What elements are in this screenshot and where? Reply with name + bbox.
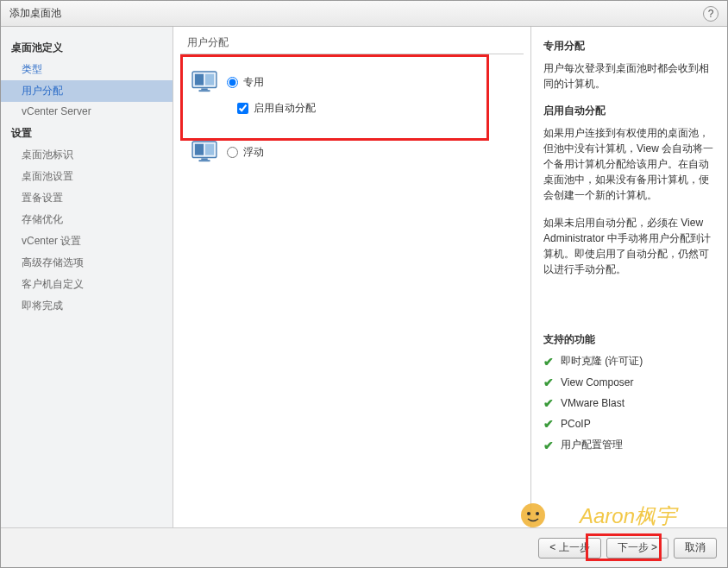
- svg-rect-1: [195, 74, 204, 85]
- radio-floating-input[interactable]: [227, 147, 238, 158]
- watermark-avatar-icon: [519, 502, 547, 532]
- right-panel: 专用分配 用户每次登录到桌面池时都会收到相同的计算机。 启用自动分配 如果用户连…: [530, 27, 727, 527]
- rp-para-auto1: 如果用户连接到有权使用的桌面池，但池中没有计算机，View 会自动将一个备用计算…: [543, 125, 715, 203]
- feature-label: 即时克隆 (许可证): [561, 354, 643, 369]
- sidebar-item-type[interactable]: 类型: [1, 59, 173, 80]
- sidebar-item-pool-settings[interactable]: 桌面池设置: [1, 166, 173, 187]
- feature-label: View Composer: [561, 376, 633, 388]
- radio-floating[interactable]: 浮动: [227, 145, 264, 160]
- rp-para-dedicated: 用户每次登录到桌面池时都会收到相同的计算机。: [543, 60, 715, 92]
- check-icon: ✔: [543, 417, 554, 431]
- sidebar-item-provisioning[interactable]: 置备设置: [1, 187, 173, 209]
- sidebar-item-vcenter-settings[interactable]: vCenter 设置: [1, 230, 173, 252]
- feature-pcoip: ✔ PCoIP: [543, 417, 715, 431]
- check-icon: ✔: [543, 355, 554, 369]
- help-icon[interactable]: ?: [703, 6, 719, 22]
- svg-rect-8: [201, 158, 207, 160]
- window-title: 添加桌面池: [9, 6, 703, 21]
- rp-heading-features: 支持的功能: [543, 332, 715, 347]
- checkbox-auto-assign-label: 启用自动分配: [254, 101, 316, 116]
- option-dedicated: 专用: [191, 70, 524, 94]
- desktop-monitor-icon: [191, 70, 218, 94]
- svg-point-11: [527, 512, 530, 515]
- sidebar-item-vcenter-server[interactable]: vCenter Server: [1, 102, 173, 121]
- sidebar-section-settings: 设置: [1, 121, 173, 144]
- footer: < 上一步 下一步 > 取消: [1, 527, 727, 567]
- checkbox-auto-assign-input[interactable]: [237, 103, 248, 114]
- rp-para-auto2: 如果未启用自动分配，必须在 View Administrator 中手动将用户分…: [543, 215, 715, 277]
- check-icon: ✔: [543, 396, 554, 410]
- rp-heading-auto: 启用自动分配: [543, 104, 715, 118]
- check-icon: ✔: [543, 376, 554, 389]
- svg-rect-9: [199, 160, 210, 161]
- sidebar-item-storage-opt[interactable]: 存储优化: [1, 209, 173, 230]
- feature-vmware-blast: ✔ VMware Blast: [543, 396, 715, 410]
- desktop-monitor-icon: [191, 140, 218, 164]
- sidebar-item-user-assignment[interactable]: 用户分配: [1, 80, 173, 102]
- svg-point-10: [521, 503, 545, 527]
- feature-view-composer: ✔ View Composer: [543, 376, 715, 389]
- svg-point-12: [536, 512, 539, 515]
- radio-floating-label: 浮动: [243, 145, 264, 160]
- svg-rect-7: [205, 144, 214, 155]
- back-button[interactable]: < 上一步: [538, 538, 600, 559]
- titlebar: 添加桌面池 ?: [1, 1, 727, 27]
- center-panel: 用户分配 专用 启用: [173, 27, 530, 527]
- check-icon: ✔: [543, 439, 554, 452]
- sidebar-section-definition: 桌面池定义: [1, 35, 173, 59]
- next-button[interactable]: 下一步 >: [606, 538, 668, 559]
- svg-rect-3: [201, 88, 207, 90]
- feature-label: VMware Blast: [561, 397, 624, 409]
- cancel-button[interactable]: 取消: [674, 538, 717, 559]
- svg-rect-4: [199, 90, 210, 92]
- radio-dedicated-input[interactable]: [227, 77, 238, 88]
- svg-rect-6: [195, 144, 204, 155]
- rp-heading-dedicated: 专用分配: [543, 39, 715, 54]
- sidebar-item-adv-storage[interactable]: 高级存储选项: [1, 252, 173, 274]
- sidebar: 桌面池定义 类型 用户分配 vCenter Server 设置 桌面池标识 桌面…: [1, 27, 173, 527]
- sidebar-item-ready-complete[interactable]: 即将完成: [1, 295, 173, 317]
- radio-dedicated[interactable]: 专用: [227, 75, 264, 90]
- feature-user-config: ✔ 用户配置管理: [543, 438, 715, 452]
- radio-dedicated-label: 专用: [243, 75, 264, 90]
- sidebar-item-guest-custom[interactable]: 客户机自定义: [1, 274, 173, 295]
- svg-rect-2: [205, 74, 214, 85]
- feature-label: PCoIP: [561, 418, 591, 430]
- feature-label: 用户配置管理: [561, 438, 623, 452]
- option-floating: 浮动: [191, 140, 524, 164]
- feature-instant-clone: ✔ 即时克隆 (许可证): [543, 354, 715, 369]
- sidebar-item-pool-id[interactable]: 桌面池标识: [1, 144, 173, 166]
- center-heading: 用户分配: [180, 35, 524, 54]
- checkbox-auto-assign[interactable]: 启用自动分配: [237, 101, 524, 116]
- highlight-box-dedicated: [180, 54, 489, 141]
